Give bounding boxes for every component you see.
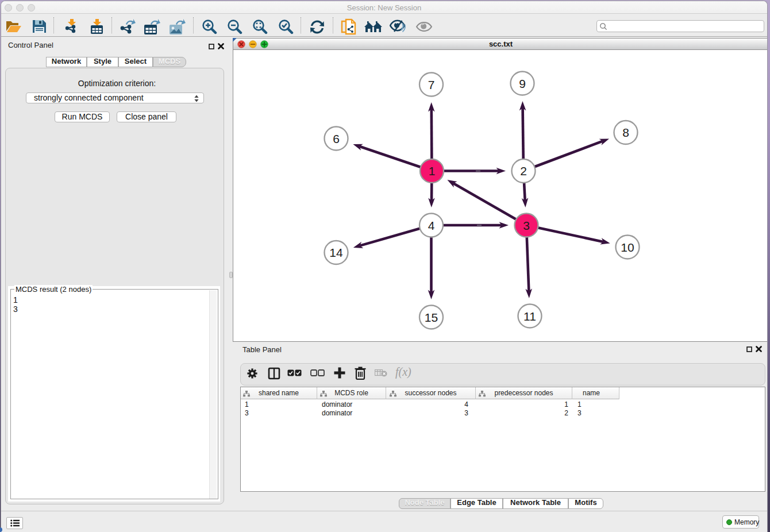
svg-text:11: 11: [523, 310, 536, 323]
svg-text:8: 8: [622, 126, 629, 139]
svg-text:7: 7: [428, 78, 435, 91]
svg-text:10: 10: [621, 241, 634, 254]
svg-text:1: 1: [429, 164, 436, 178]
svg-text:3: 3: [523, 219, 530, 232]
svg-text:6: 6: [333, 132, 340, 145]
svg-text:2: 2: [520, 164, 527, 178]
svg-text:9: 9: [519, 77, 526, 90]
svg-text:15: 15: [425, 311, 438, 324]
svg-text:14: 14: [329, 246, 343, 259]
svg-text:4: 4: [428, 219, 435, 232]
